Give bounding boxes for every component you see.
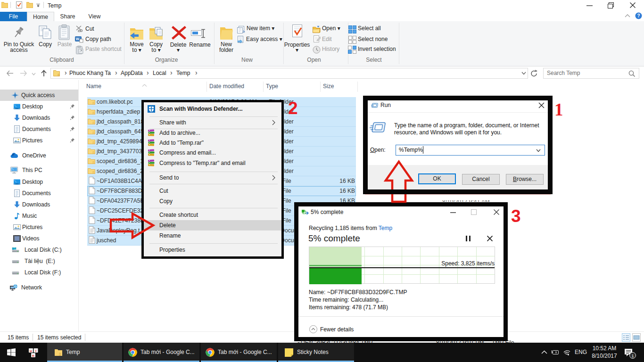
svg-text:1: 1 — [631, 354, 634, 358]
svg-text:i: i — [35, 349, 36, 353]
svg-text:?: ? — [637, 13, 640, 18]
svg-text:u: u — [30, 349, 32, 353]
svg-text:n: n — [32, 354, 34, 358]
